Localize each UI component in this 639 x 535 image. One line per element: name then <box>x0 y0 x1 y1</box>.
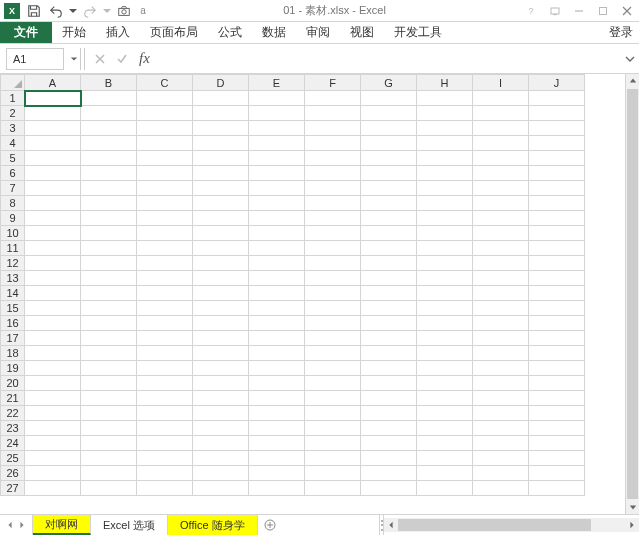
cell[interactable] <box>473 481 529 496</box>
cell[interactable] <box>249 301 305 316</box>
cell[interactable] <box>137 136 193 151</box>
cell[interactable] <box>81 376 137 391</box>
cell[interactable] <box>249 331 305 346</box>
sign-in-link[interactable]: 登录 <box>603 22 639 43</box>
cell[interactable] <box>25 361 81 376</box>
cell[interactable] <box>473 241 529 256</box>
cell[interactable] <box>305 286 361 301</box>
cell[interactable] <box>417 406 473 421</box>
cell[interactable] <box>417 391 473 406</box>
cell[interactable] <box>25 286 81 301</box>
undo-dropdown[interactable] <box>68 1 78 21</box>
sheet-tab[interactable]: Office 随身学 <box>168 515 258 535</box>
cell[interactable] <box>473 346 529 361</box>
cell[interactable] <box>249 361 305 376</box>
cell[interactable] <box>361 316 417 331</box>
cell[interactable] <box>529 181 585 196</box>
scroll-right-arrow[interactable] <box>625 521 639 529</box>
row-header[interactable]: 4 <box>1 136 25 151</box>
cell[interactable] <box>473 211 529 226</box>
cell[interactable] <box>361 181 417 196</box>
cell[interactable] <box>193 451 249 466</box>
cell[interactable] <box>193 436 249 451</box>
cell[interactable] <box>137 391 193 406</box>
cell[interactable] <box>81 226 137 241</box>
column-header[interactable]: D <box>193 75 249 91</box>
cell[interactable] <box>529 106 585 121</box>
cell[interactable] <box>417 346 473 361</box>
cell[interactable] <box>193 286 249 301</box>
name-box[interactable]: A1 <box>6 48 64 70</box>
cell[interactable] <box>137 361 193 376</box>
cell[interactable] <box>361 211 417 226</box>
cell[interactable] <box>249 106 305 121</box>
cell[interactable] <box>473 271 529 286</box>
cell[interactable] <box>529 391 585 406</box>
cell[interactable] <box>473 316 529 331</box>
camera-button[interactable] <box>114 1 134 21</box>
cell[interactable] <box>473 286 529 301</box>
cell[interactable] <box>249 481 305 496</box>
row-header[interactable]: 12 <box>1 256 25 271</box>
hscroll-track[interactable] <box>398 519 625 531</box>
cell[interactable] <box>137 436 193 451</box>
cell[interactable] <box>361 361 417 376</box>
cell[interactable] <box>417 451 473 466</box>
cell[interactable] <box>25 436 81 451</box>
cell[interactable] <box>249 226 305 241</box>
cell[interactable] <box>305 421 361 436</box>
cell[interactable] <box>193 346 249 361</box>
cell[interactable] <box>361 91 417 106</box>
file-tab[interactable]: 文件 <box>0 22 52 43</box>
cell[interactable] <box>81 316 137 331</box>
row-header[interactable]: 24 <box>1 436 25 451</box>
cell[interactable] <box>361 256 417 271</box>
sheet-prev-button[interactable] <box>6 518 14 532</box>
cell[interactable] <box>361 481 417 496</box>
cell[interactable] <box>193 316 249 331</box>
cell[interactable] <box>81 256 137 271</box>
column-header[interactable]: G <box>361 75 417 91</box>
name-box-dropdown[interactable] <box>67 48 81 70</box>
cell[interactable] <box>81 346 137 361</box>
row-header[interactable]: 15 <box>1 301 25 316</box>
cell[interactable] <box>137 121 193 136</box>
cell[interactable] <box>305 166 361 181</box>
sheet-tab[interactable]: 对啊网 <box>33 515 91 535</box>
cell[interactable] <box>25 196 81 211</box>
cell[interactable] <box>249 376 305 391</box>
cell[interactable] <box>417 481 473 496</box>
cell[interactable] <box>529 286 585 301</box>
redo-button[interactable] <box>80 1 100 21</box>
row-header[interactable]: 5 <box>1 151 25 166</box>
row-header[interactable]: 3 <box>1 121 25 136</box>
cell[interactable] <box>361 226 417 241</box>
cell[interactable] <box>193 136 249 151</box>
scroll-left-arrow[interactable] <box>384 521 398 529</box>
cell[interactable] <box>249 271 305 286</box>
sheet-tab[interactable]: Excel 选项 <box>91 515 168 535</box>
cell[interactable] <box>137 421 193 436</box>
formula-expand-button[interactable] <box>621 48 639 70</box>
cell[interactable] <box>305 106 361 121</box>
minimize-button[interactable] <box>567 1 591 21</box>
hscroll-thumb[interactable] <box>398 519 591 531</box>
cell[interactable] <box>193 271 249 286</box>
cell[interactable] <box>81 91 137 106</box>
redo-dropdown[interactable] <box>102 1 112 21</box>
cell[interactable] <box>417 181 473 196</box>
cell[interactable] <box>473 91 529 106</box>
cell[interactable] <box>249 391 305 406</box>
column-header[interactable]: A <box>25 75 81 91</box>
cell[interactable] <box>529 436 585 451</box>
enter-formula-button[interactable] <box>111 48 133 70</box>
cell[interactable] <box>137 106 193 121</box>
cell[interactable] <box>81 196 137 211</box>
ribbon-tab-home[interactable]: 开始 <box>52 22 96 43</box>
row-header[interactable]: 13 <box>1 271 25 286</box>
cell[interactable] <box>361 376 417 391</box>
grid[interactable]: ABCDEFGHIJ123456789101112131415161718192… <box>0 74 625 514</box>
cell[interactable] <box>81 421 137 436</box>
column-header[interactable]: F <box>305 75 361 91</box>
cell[interactable] <box>137 346 193 361</box>
